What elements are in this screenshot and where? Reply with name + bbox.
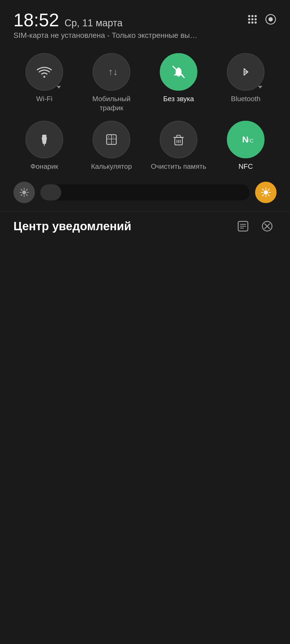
clock: 18:52	[13, 11, 59, 29]
date: Ср, 11 марта	[64, 17, 122, 29]
toggle-bluetooth[interactable]: Bluetooth	[215, 53, 277, 113]
nfc-label: NFC	[238, 162, 253, 171]
svg-marker-15	[42, 137, 47, 144]
clear-notifications-button[interactable]	[258, 217, 277, 236]
grid-icon	[247, 13, 258, 28]
toggle-silent-circle[interactable]	[160, 53, 197, 91]
toggle-mobile-data[interactable]: ↑↓ Мобильный трафик	[81, 53, 142, 113]
toggle-flashlight-circle[interactable]	[26, 121, 63, 158]
silent-label: Без звука	[163, 94, 194, 104]
brightness-row	[0, 174, 290, 211]
status-right	[247, 11, 277, 28]
notification-center-title: Центр уведомлений	[13, 219, 131, 233]
svg-line-46	[262, 189, 264, 190]
toggle-flashlight[interactable]: Фонарик	[13, 121, 75, 171]
brightness-high-icon[interactable]	[255, 182, 277, 203]
bluetooth-label: Bluetooth	[231, 94, 260, 104]
svg-line-47	[268, 195, 270, 196]
calculator-label: Калькулятор	[91, 162, 132, 171]
wifi-arrow	[57, 86, 61, 89]
status-left: 18:52 Ср, 11 марта SIM-карта не установл…	[13, 11, 197, 40]
svg-point-8	[255, 21, 257, 24]
svg-rect-14	[42, 135, 46, 137]
svg-text:−: −	[108, 140, 110, 144]
svg-text:+: +	[108, 135, 110, 139]
svg-line-38	[26, 195, 28, 196]
svg-point-3	[248, 18, 250, 20]
svg-point-4	[251, 18, 253, 20]
svg-point-10	[269, 17, 273, 21]
status-bar: 18:52 Ср, 11 марта SIM-карта не установл…	[0, 0, 290, 45]
brightness-low-icon[interactable]	[13, 182, 35, 203]
mobile-data-label: Мобильный трафик	[81, 94, 142, 113]
svg-point-6	[248, 21, 250, 24]
svg-point-41	[264, 190, 268, 195]
svg-line-40	[21, 195, 22, 196]
toggle-mobile-circle[interactable]: ↑↓	[93, 53, 130, 91]
svg-text:÷: ÷	[112, 140, 114, 144]
brightness-fill	[40, 184, 61, 200]
notification-actions	[234, 217, 277, 236]
focus-icon	[265, 13, 277, 28]
svg-text:↑↓: ↑↓	[108, 66, 118, 77]
svg-line-49	[262, 195, 264, 196]
svg-rect-26	[177, 135, 180, 137]
svg-point-5	[255, 18, 257, 20]
clear-memory-label: Очистить память	[151, 162, 206, 171]
svg-line-48	[268, 189, 270, 190]
bluetooth-arrow	[258, 86, 262, 89]
toggle-nfc[interactable]: N FC NFC	[215, 121, 277, 171]
svg-point-0	[248, 15, 250, 17]
svg-point-1	[251, 15, 253, 17]
toggle-nfc-circle[interactable]: N FC	[227, 121, 264, 158]
toggle-clear-memory[interactable]: Очистить память	[148, 121, 209, 171]
svg-point-32	[22, 191, 26, 194]
toggle-bluetooth-circle[interactable]	[227, 53, 264, 91]
notification-center: Центр уведомлений	[0, 211, 290, 241]
toggle-wifi[interactable]: Wi-Fi	[13, 53, 75, 113]
flashlight-label: Фонарик	[30, 162, 58, 171]
svg-point-2	[255, 15, 257, 17]
quick-toggles: Wi-Fi ↑↓ Мобильный трафик Без звука	[0, 45, 290, 174]
manage-notifications-button[interactable]	[234, 217, 252, 236]
wifi-label: Wi-Fi	[36, 94, 53, 104]
time-row: 18:52 Ср, 11 марта	[13, 11, 197, 29]
svg-point-11	[44, 76, 45, 78]
svg-line-39	[26, 189, 28, 191]
toggle-wifi-circle[interactable]	[26, 53, 63, 91]
toggle-clear-circle[interactable]	[160, 121, 197, 158]
svg-text:FC: FC	[247, 138, 253, 144]
brightness-slider[interactable]	[40, 184, 250, 200]
sim-status: SIM-карта не установлена - Только экстре…	[13, 31, 197, 40]
toggle-silent[interactable]: Без звука	[148, 53, 209, 113]
toggle-calculator[interactable]: + × − ÷ Калькулятор	[81, 121, 142, 171]
svg-text:×: ×	[113, 136, 114, 139]
toggle-calculator-circle[interactable]: + × − ÷	[93, 121, 130, 158]
svg-point-7	[251, 21, 253, 24]
svg-line-37	[21, 189, 22, 191]
